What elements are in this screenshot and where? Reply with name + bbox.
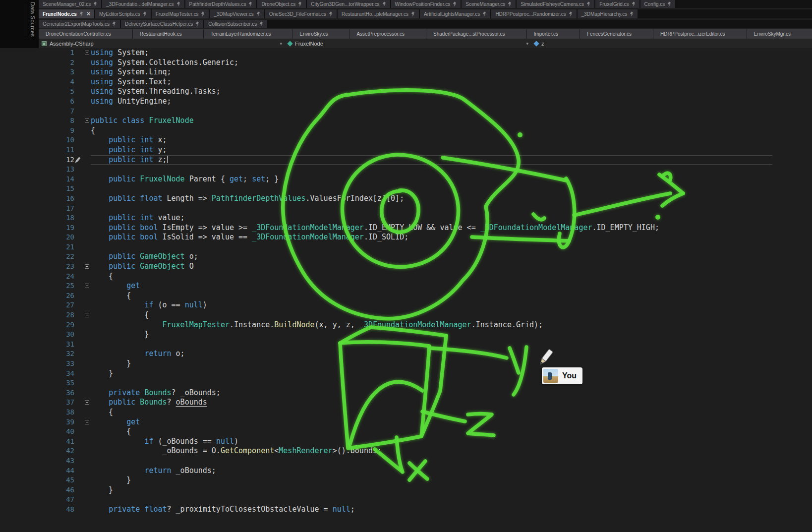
code-line-35[interactable]: 35 — [0, 378, 812, 388]
pin-icon[interactable] — [630, 12, 634, 16]
code-line-37[interactable]: 37 public Bounds? oBounds — [0, 398, 812, 408]
tab-windowpositionfinder-cs[interactable]: WindowPositionFinder.cs — [391, 0, 461, 8]
code-line-26[interactable]: 26 { — [0, 291, 812, 301]
tab-envirosky-cs[interactable]: EnviroSky.cs — [292, 29, 349, 39]
tab-restaurantho-plemanager-cs[interactable]: RestaurantHo...pleManager.cs — [338, 9, 419, 18]
tab-simulatedfisheyecamera-cs[interactable]: SimulatedFisheyeCamera.cs — [517, 0, 594, 8]
code-line-20[interactable]: 20 public bool IsSolid => value == _3DFo… — [0, 233, 812, 242]
code-line-36[interactable]: 36 private Bounds? _oBounds; — [0, 388, 812, 398]
tab-artificiallightsmanager-cs[interactable]: ArtificialLightsManager.cs — [420, 9, 490, 18]
code-line-22[interactable]: 22 public GameObject o; — [0, 252, 812, 262]
fold-gutter[interactable] — [74, 398, 91, 408]
tab-droneorientationcontroller-cs[interactable]: DroneOrientationController.cs — [39, 29, 132, 39]
tab-collisionsubscriber-cs[interactable]: CollisionSubscriber.cs — [204, 20, 267, 28]
code-line-38[interactable]: 38 { — [0, 408, 812, 417]
code-line-44[interactable]: 44 return _oBounds; — [0, 466, 812, 476]
pin-icon[interactable] — [256, 12, 260, 16]
code-line-29[interactable]: 29 FruxelMapTester.Instance.BuildNode(x,… — [0, 320, 812, 330]
tab-scenemanager-cs[interactable]: SceneManager.cs — [462, 0, 516, 8]
pin-icon[interactable] — [569, 12, 573, 16]
type-dropdown[interactable]: FruxelNode ▾ — [285, 39, 531, 48]
tab-hdrppostproc-randomizer-cs[interactable]: HDRPPostproc...Randomizer.cs — [491, 9, 576, 18]
code-line-31[interactable]: 31 — [0, 340, 812, 350]
code-line-40[interactable]: 40 { — [0, 427, 812, 437]
pin-icon[interactable] — [176, 2, 180, 6]
code-line-39[interactable]: 39 get — [0, 417, 812, 427]
pin-icon[interactable] — [195, 22, 199, 26]
code-line-6[interactable]: 6using UnityEngine; — [0, 97, 812, 107]
pin-icon[interactable] — [632, 2, 636, 6]
code-line-41[interactable]: 41 if (_oBounds == null) — [0, 437, 812, 447]
code-line-42[interactable]: 42 _oBounds = O.GetComponent<MeshRendere… — [0, 446, 812, 456]
project-dropdown[interactable]: # Assembly-CSharp ▾ — [39, 39, 285, 48]
code-line-47[interactable]: 47 — [0, 495, 812, 505]
fold-collapse-icon[interactable] — [85, 264, 89, 269]
fold-gutter[interactable] — [74, 262, 91, 272]
tab-importer-cs[interactable]: Importer.cs — [527, 29, 580, 39]
code-line-5[interactable]: 5using System.Threading.Tasks; — [0, 87, 812, 97]
pin-icon[interactable] — [453, 2, 457, 6]
code-line-17[interactable]: 17 — [0, 204, 812, 214]
tab-citygen3dgen-torwrapper-cs[interactable]: CityGen3DGen...torWrapper.cs — [307, 0, 390, 8]
code-line-25[interactable]: 25 get — [0, 281, 812, 291]
code-line-4[interactable]: 4using System.Text; — [0, 77, 812, 87]
pin-icon[interactable] — [667, 2, 671, 6]
tab--3dmaphierarchy-cs[interactable]: _3DMapHierarchy.cs — [578, 9, 638, 18]
tab-fruxelgrid-cs[interactable]: FruxelGrid.cs — [595, 0, 639, 8]
tab-hdrppostproc-izereditor-cs[interactable]: HDRPPostproc...izerEditor.cs — [653, 29, 747, 39]
member-dropdown[interactable]: z — [531, 39, 812, 48]
code-line-2[interactable]: 2using System.Collections.Generic; — [0, 58, 812, 68]
code-line-16[interactable]: 16 public float Length => PathfinderDept… — [0, 194, 812, 204]
close-icon[interactable]: × — [87, 11, 90, 16]
tab-fruxelnode-cs[interactable]: FruxelNode.cs× — [39, 9, 94, 18]
code-line-1[interactable]: 1using System; — [0, 48, 812, 58]
pin-icon[interactable] — [411, 12, 415, 16]
pin-icon[interactable] — [259, 22, 263, 26]
pin-icon[interactable] — [329, 12, 333, 16]
code-line-10[interactable]: 10 public int x; — [0, 135, 812, 145]
fold-gutter[interactable] — [74, 417, 91, 427]
tab-assetpreprocessor-cs[interactable]: AssetPreprocessor.cs — [349, 29, 426, 39]
fold-gutter[interactable] — [74, 310, 91, 320]
code-editor[interactable]: 1using System;2using System.Collections.… — [0, 48, 812, 532]
pin-icon[interactable] — [79, 12, 83, 16]
tab-generator2exportmaptools-cs[interactable]: Generator2ExportMapTools.cs — [39, 20, 120, 28]
tab-droneobject-cs[interactable]: DroneObject.cs — [257, 0, 306, 8]
code-line-34[interactable]: 34 } — [0, 369, 812, 379]
pin-icon[interactable] — [112, 22, 116, 26]
code-line-48[interactable]: 48 private float? _proximityToClosestObs… — [0, 505, 812, 515]
tab--3dmapviewer-cs[interactable]: _3DMapViewer.cs — [210, 9, 264, 18]
fold-collapse-icon[interactable] — [85, 400, 89, 405]
pin-icon[interactable] — [382, 2, 386, 6]
code-line-45[interactable]: 45 } — [0, 475, 812, 485]
code-line-46[interactable]: 46 } — [0, 485, 812, 495]
code-line-23[interactable]: 23 public GameObject O — [0, 262, 812, 272]
tab-shaderpackage-stprocessor-cs[interactable]: ShaderPackage...stProcessor.cs — [426, 29, 526, 39]
code-line-33[interactable]: 33 } — [0, 359, 812, 369]
code-line-18[interactable]: 18 public int value; — [0, 213, 812, 223]
code-line-3[interactable]: 3using System.Linq; — [0, 67, 812, 77]
code-line-7[interactable]: 7 — [0, 107, 812, 117]
pin-icon[interactable] — [482, 12, 486, 16]
code-line-14[interactable]: 14 public FruxelNode Parent { get; set; … — [0, 175, 812, 184]
code-line-24[interactable]: 24 { — [0, 272, 812, 282]
pin-icon[interactable] — [586, 2, 590, 6]
code-line-13[interactable]: 13 — [0, 165, 812, 175]
fold-collapse-icon[interactable] — [85, 284, 89, 288]
tab-restauranthook-cs[interactable]: RestaurantHook.cs — [133, 29, 203, 39]
code-line-9[interactable]: 9{ — [0, 126, 812, 136]
tab-deliverysurfaceclasshelper-cs[interactable]: DeliverySurfaceClassHelper.cs — [121, 20, 203, 28]
tab-myeditorscripts-cs[interactable]: MyEditorScripts.cs — [95, 9, 151, 18]
pin-icon[interactable] — [93, 2, 97, 6]
code-line-15[interactable]: 15 — [0, 184, 812, 194]
data-sources-tool-tab[interactable]: Data Sources — [26, 2, 36, 38]
code-line-21[interactable]: 21 — [0, 242, 812, 252]
fold-collapse-icon[interactable] — [85, 313, 89, 317]
fold-gutter[interactable] — [74, 116, 91, 126]
code-line-43[interactable]: 43 — [0, 456, 812, 466]
pin-icon[interactable] — [298, 2, 302, 6]
pin-icon[interactable] — [201, 12, 205, 16]
fold-collapse-icon[interactable] — [85, 420, 89, 424]
code-line-30[interactable]: 30 } — [0, 330, 812, 340]
tab-pathfinderdepthvalues-cs[interactable]: PathfinderDepthValues.cs — [185, 0, 257, 8]
